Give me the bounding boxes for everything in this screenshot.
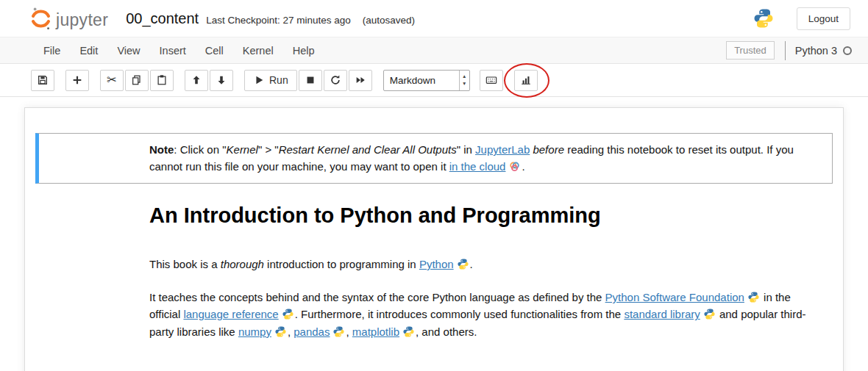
interrupt-kernel-button[interactable]	[299, 70, 322, 91]
select-arrows-icon: ▲▼	[459, 71, 469, 90]
menu-view[interactable]: View	[107, 38, 149, 63]
python-link[interactable]: Python	[419, 258, 454, 270]
menu-kernel[interactable]: Kernel	[233, 38, 283, 63]
note-text-segment: : Click on "	[174, 143, 226, 156]
markdown-cell-teaches[interactable]: It teaches the concepts behind and the s…	[35, 281, 833, 348]
menu-file[interactable]: File	[34, 38, 70, 63]
fast-forward-icon	[355, 74, 366, 86]
restart-run-all-button[interactable]	[349, 70, 372, 91]
keyboard-icon	[485, 74, 497, 86]
page-title: An Introduction to Python and Programmin…	[149, 203, 820, 228]
run-button[interactable]: Run	[244, 70, 297, 91]
python-logo-icon	[332, 325, 345, 338]
cell-prompt	[39, 289, 149, 340]
title-group: 00_content Last Checkpoint: 27 minutes a…	[126, 10, 415, 27]
matplotlib-link[interactable]: matplotlib	[352, 325, 399, 338]
python-logo-icon	[282, 308, 294, 320]
play-icon	[253, 74, 265, 86]
menu-edit[interactable]: Edit	[70, 38, 107, 63]
python-logo-icon	[747, 291, 760, 303]
python-logo-icon	[703, 308, 716, 320]
paste-cells-button[interactable]	[150, 70, 174, 91]
chart-toolbar-button[interactable]	[514, 70, 538, 91]
python-logo-icon	[753, 7, 775, 29]
header-bar: jupyter 00_content Last Checkpoint: 27 m…	[0, 0, 868, 37]
intro-text-segment: .	[470, 258, 473, 270]
cell-type-select[interactable]: Markdown ▲▼	[383, 70, 470, 91]
note-text-segment: .	[522, 160, 524, 173]
plus-icon	[71, 74, 83, 86]
python-logo-icon	[457, 258, 469, 270]
save-icon	[37, 74, 49, 86]
jupyter-logo-icon	[28, 6, 54, 32]
autosave-status: (autosaved)	[363, 15, 415, 26]
markdown-cell-note[interactable]: Note: Click on "Kernel" > "Restart Kerne…	[35, 133, 833, 184]
menu-right: Trusted Python 3	[726, 41, 852, 60]
pandas-link[interactable]: pandas	[294, 325, 330, 338]
cut-cells-button[interactable]: ✂	[100, 70, 124, 91]
teaches-text-segment: ,	[288, 325, 294, 338]
kernel-status-icon	[843, 46, 852, 55]
kernel-indicator: Python 3	[785, 41, 852, 60]
stop-icon	[305, 74, 316, 86]
jupyter-logo[interactable]: jupyter	[28, 6, 108, 32]
menu-insert[interactable]: Insert	[150, 38, 196, 63]
markdown-cell-intro[interactable]: This book is a thorough introduction to …	[35, 236, 833, 281]
standard-library-link[interactable]: standard library	[624, 308, 700, 320]
numpy-link[interactable]: numpy	[238, 325, 271, 338]
cell-prompt	[39, 141, 149, 176]
menu-cell[interactable]: Cell	[196, 38, 233, 63]
note-paragraph: Note: Click on "Kernel" > "Restart Kerne…	[149, 141, 820, 176]
teaches-cell-content: It teaches the concepts behind and the s…	[149, 289, 820, 340]
copy-cells-button[interactable]	[125, 70, 149, 91]
note-italic-restart: Restart Kernel and Clear All Outputs	[279, 143, 457, 156]
notebook-area: Note: Click on "Kernel" > "Restart Kerne…	[0, 97, 868, 371]
jupyterlab-link[interactable]: JupyterLab	[475, 143, 530, 156]
move-cell-down-button[interactable]	[210, 70, 233, 91]
menu-bar: File Edit View Insert Cell Kernel Help T…	[0, 37, 868, 64]
markdown-cell-title[interactable]: An Introduction to Python and Programmin…	[35, 184, 833, 236]
note-text-segment: " in	[457, 143, 475, 156]
teaches-text-segment: , and others.	[416, 325, 477, 338]
save-button[interactable]	[31, 70, 54, 91]
paste-icon	[156, 74, 168, 86]
title-cell-content: An Introduction to Python and Programmin…	[149, 192, 820, 228]
run-label: Run	[269, 74, 288, 86]
toolbar: ✂ Run Markdown ▲▼	[0, 64, 868, 97]
teaches-text-segment: . Furthermore, it introduces commonly us…	[295, 308, 625, 320]
note-text-segment: " > "	[258, 143, 279, 156]
intro-text-segment: introduction to programming in	[264, 258, 419, 270]
intro-paragraph: This book is a thorough introduction to …	[149, 256, 820, 273]
note-cell-content: Note: Click on "Kernel" > "Restart Kerne…	[149, 141, 820, 176]
add-cell-button[interactable]	[65, 70, 89, 91]
menu-help[interactable]: Help	[283, 38, 324, 63]
intro-italic-thorough: thorough	[221, 258, 264, 270]
copy-icon	[131, 74, 143, 86]
note-italic-before: before	[533, 143, 564, 156]
cell-prompt	[39, 244, 149, 273]
language-reference-link[interactable]: language reference	[183, 308, 278, 320]
intro-text-segment: This book is a	[149, 258, 221, 270]
note-italic-kernel: Kernel	[227, 143, 258, 156]
command-palette-button[interactable]	[480, 70, 503, 91]
binder-icon	[508, 160, 521, 173]
restart-kernel-button[interactable]	[324, 70, 347, 91]
notebook-title[interactable]: 00_content	[126, 10, 199, 27]
teaches-text-segment: ,	[346, 325, 352, 338]
logout-button[interactable]: Logout	[797, 7, 850, 30]
open-in-cloud-link[interactable]: in the cloud	[449, 160, 506, 173]
teaches-paragraph: It teaches the concepts behind and the s…	[149, 289, 820, 340]
note-bold-label: Note	[149, 143, 174, 156]
arrow-down-icon	[216, 74, 227, 86]
psf-link[interactable]: Python Software Foundation	[605, 291, 744, 303]
bar-chart-icon	[520, 74, 532, 86]
trusted-badge[interactable]: Trusted	[726, 41, 775, 60]
arrow-up-icon	[191, 74, 202, 86]
cell-type-value: Markdown	[384, 71, 459, 90]
restart-icon	[330, 74, 341, 86]
menu-items: File Edit View Insert Cell Kernel Help	[34, 38, 324, 63]
move-cell-up-button[interactable]	[185, 70, 208, 91]
header-left: jupyter 00_content Last Checkpoint: 27 m…	[28, 6, 415, 32]
kernel-name: Python 3	[795, 45, 837, 57]
teaches-text-segment: It teaches the concepts behind and the s…	[149, 291, 605, 303]
